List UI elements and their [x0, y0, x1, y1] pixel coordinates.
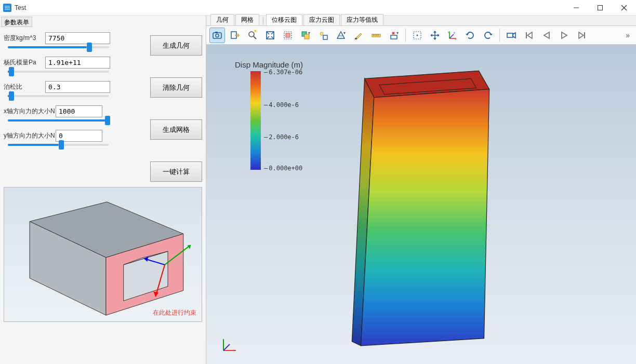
svg-rect-32: [372, 34, 380, 37]
minimize-button[interactable]: [564, 0, 588, 16]
svg-point-36: [417, 34, 418, 36]
zoom-box-icon[interactable]: [280, 28, 296, 43]
svg-text:z: z: [454, 31, 455, 34]
tab-stress-contour[interactable]: 应力等值线: [341, 14, 383, 25]
youngs-label: 杨氏模量Pa: [4, 58, 45, 67]
tab-geometry[interactable]: 几何: [210, 14, 234, 25]
pan-icon[interactable]: [427, 28, 443, 43]
force-x-label: x轴方向力的大小N: [4, 107, 56, 116]
youngs-slider[interactable]: [8, 71, 109, 73]
generate-mesh-button[interactable]: 生成网格: [150, 119, 202, 140]
svg-text:x: x: [455, 37, 456, 41]
force-x-slider[interactable]: [8, 119, 109, 122]
svg-line-39: [449, 34, 454, 38]
sidebar: 参数表单 密度kg/m^3 杨氏模量Pa: [0, 16, 206, 364]
density-slider[interactable]: [8, 46, 109, 48]
svg-rect-29: [323, 35, 327, 39]
geometry-preview: 在此处进行约束: [4, 187, 202, 322]
window-title: Test: [15, 4, 564, 11]
density-label: 密度kg/m^3: [4, 34, 45, 43]
tab-mesh[interactable]: 网格: [235, 14, 259, 25]
poisson-input[interactable]: [45, 81, 110, 93]
export-icon[interactable]: [227, 28, 243, 43]
play-next-icon[interactable]: [574, 28, 590, 43]
force-y-slider[interactable]: [8, 144, 109, 146]
layers-icon[interactable]: [298, 28, 313, 43]
tab-displacement[interactable]: 位移云图: [266, 14, 302, 25]
app-icon: [3, 4, 11, 12]
rotate-ccw-icon[interactable]: [480, 28, 496, 43]
one-click-compute-button[interactable]: 一键计算: [150, 161, 202, 182]
param-force-y: y轴方向力的大小N: [4, 130, 150, 146]
view-toolbar: yxz »: [206, 26, 636, 45]
title-bar: Test: [0, 0, 636, 16]
zoom-reset-icon[interactable]: [245, 28, 260, 43]
tab-stress-cloud[interactable]: 应力云图: [303, 14, 340, 25]
sidebar-header: 参数表单: [1, 17, 32, 27]
svg-rect-16: [213, 33, 221, 38]
svg-rect-45: [507, 33, 513, 37]
axes-icon[interactable]: yxz: [445, 28, 460, 43]
clear-geometry-button[interactable]: 清除几何: [150, 77, 202, 98]
svg-marker-34: [396, 32, 399, 34]
screenshot-icon[interactable]: [209, 28, 225, 43]
tab-separator: [263, 17, 263, 24]
render-mode-icon[interactable]: [333, 28, 349, 43]
poisson-slider[interactable]: [8, 95, 109, 97]
close-button[interactable]: [612, 0, 636, 16]
svg-line-59: [223, 344, 230, 350]
render-viewport[interactable]: Disp Magnitude (m) 6.307e-06 4.000e-6 2.…: [206, 45, 636, 364]
svg-rect-26: [304, 34, 309, 39]
toolbar-separator: [405, 29, 406, 42]
param-youngs: 杨氏模量Pa: [4, 57, 150, 73]
svg-marker-27: [308, 32, 310, 34]
generate-geometry-button[interactable]: 生成几何: [150, 35, 202, 56]
svg-rect-31: [355, 38, 357, 39]
result-render: [206, 45, 636, 364]
toolbar-separator: [499, 29, 500, 42]
clear-icon[interactable]: [386, 28, 402, 43]
svg-marker-50: [562, 32, 567, 38]
svg-marker-43: [466, 34, 469, 35]
svg-line-21: [254, 36, 256, 39]
lighting-icon[interactable]: [315, 28, 331, 43]
view-tabs: 几何 网格 位移云图 应力云图 应力等值线: [206, 16, 636, 26]
rotate-cw-icon[interactable]: [462, 28, 478, 43]
maximize-button[interactable]: [588, 0, 612, 16]
play-first-icon[interactable]: [521, 28, 537, 43]
force-y-label: y轴方向力的大小N: [4, 131, 56, 140]
play-icon[interactable]: [556, 28, 572, 43]
svg-marker-48: [527, 32, 532, 38]
camera-icon[interactable]: [504, 28, 519, 43]
zoom-fit-icon[interactable]: [262, 28, 278, 43]
ruler-icon[interactable]: [368, 28, 384, 43]
axis-gizmo: [219, 334, 240, 355]
select-box-icon[interactable]: [409, 28, 425, 43]
param-poisson: 泊松比: [4, 81, 150, 97]
play-prev-icon[interactable]: [539, 28, 554, 43]
force-x-input[interactable]: [56, 105, 102, 117]
svg-point-17: [216, 34, 219, 37]
svg-rect-33: [391, 35, 397, 39]
toolbar-more-icon[interactable]: »: [622, 31, 633, 39]
density-input[interactable]: [45, 32, 110, 44]
svg-text:y: y: [448, 30, 449, 33]
svg-marker-51: [579, 32, 584, 38]
svg-marker-30: [343, 32, 346, 34]
svg-marker-55: [361, 89, 489, 346]
svg-point-20: [249, 32, 254, 37]
svg-marker-44: [489, 34, 493, 35]
constraint-note: 在此处进行约束: [153, 308, 196, 317]
youngs-input[interactable]: [45, 57, 110, 69]
param-force-x: x轴方向力的大小N: [4, 105, 150, 122]
svg-point-28: [320, 32, 323, 35]
svg-rect-2: [598, 5, 603, 10]
svg-rect-18: [215, 32, 218, 33]
svg-marker-49: [544, 32, 549, 38]
svg-rect-24: [286, 33, 290, 37]
poisson-label: 泊松比: [4, 83, 45, 91]
param-density: 密度kg/m^3: [4, 32, 150, 48]
brush-icon[interactable]: [351, 28, 366, 43]
